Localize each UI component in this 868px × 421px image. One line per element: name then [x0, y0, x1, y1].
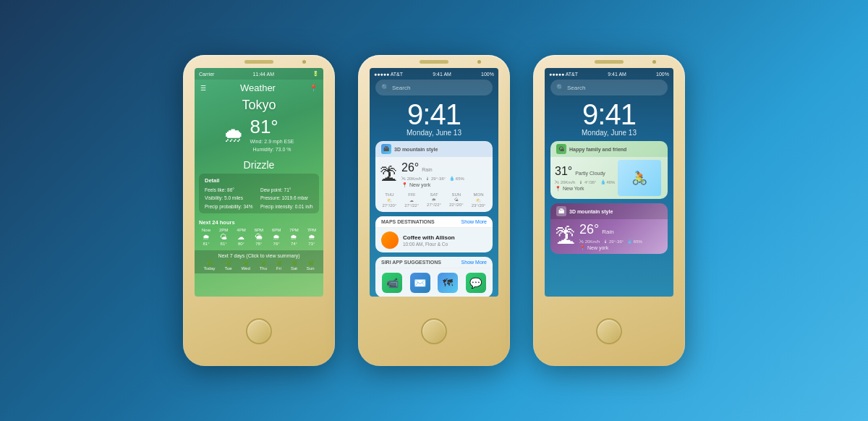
- widget-title-2: 3D mountain style: [394, 147, 438, 152]
- home-button-1[interactable]: [246, 318, 272, 344]
- phone-3-speaker: [595, 60, 624, 64]
- siri-app-maps[interactable]: 🗺: [438, 273, 458, 293]
- weather-wind: Wind: 2.9 mph ESE Humidity: 73.0 %: [250, 138, 294, 153]
- pressure: Pressure: 1019.6 mbar: [260, 195, 313, 202]
- maps-event-subtitle: 10:00 AM, Flour & Co: [403, 242, 487, 247]
- carrier-label: Carrier: [199, 72, 214, 77]
- location-icon: 📍: [310, 85, 318, 92]
- mountain-header: 🏔 3D mountain style: [550, 203, 668, 219]
- weather-title: Weather: [206, 82, 310, 93]
- siri-app-mail[interactable]: ✉️: [410, 273, 430, 293]
- phone-1-bottom: [183, 297, 335, 366]
- weekly-title: Next 7 days (Click to view summary): [199, 253, 319, 258]
- happy-condition: Partly Cloudy: [575, 171, 605, 176]
- visibility: Visibility: 5.0 miles: [205, 195, 258, 202]
- phone-1-screen: Carrier 11:44 AM 🔋 ☰ Weather 📍 Tokyo 🌧 8…: [195, 68, 323, 297]
- widget-weather-icon: 🏔: [381, 144, 391, 154]
- search-bar-3[interactable]: 🔍 Search: [550, 80, 668, 95]
- maps-title-2: MAPS DESTINATIONS: [381, 219, 435, 224]
- phone-2-camera: [477, 60, 481, 64]
- list-item: 6PM🌧76°: [272, 228, 281, 246]
- phone-3-top: [533, 55, 685, 68]
- weather-temp-row: 🌧 81° Wind: 2.9 mph ESE Humidity: 73.0 %: [195, 113, 323, 156]
- happy-header: 🌤 Happy family and friend: [550, 141, 668, 157]
- happy-body: 31° Partly Cloudy 🌬 20Km/h 🌡 4°/36° 💧 46…: [550, 157, 668, 199]
- date-display-3: Monday, June 13: [545, 129, 673, 137]
- maps-widget-2: MAPS DESTINATIONS Show More Coffee with …: [375, 216, 493, 252]
- happy-image: 🚴: [618, 160, 661, 196]
- detail-title: Detail: [205, 177, 313, 185]
- search-icon: 🔍: [381, 84, 389, 91]
- list-item: 7PM🌧74°: [289, 228, 298, 246]
- weather-header: ☰ Weather 📍: [195, 80, 323, 96]
- list-item: 7PM🌧73°: [307, 228, 316, 246]
- phone-3-bottom: [533, 297, 685, 366]
- phone-2-status-bar: ●●●●● AT&T 9:41 AM 100%: [370, 68, 498, 80]
- p3-carrier: ●●●●● AT&T: [549, 72, 578, 77]
- weather-scene-icon: 🏝: [380, 165, 397, 185]
- widget-condition-2: Rain: [422, 167, 432, 172]
- happy-location: 📍 New York: [555, 186, 615, 192]
- date-display-2: Monday, June 13: [370, 129, 498, 137]
- hourly-section: Next 24 hours Now🌧81° 2PM🌤81° 4PM☁80° 6P…: [195, 216, 323, 249]
- list-item: 🌿Wed: [241, 260, 250, 271]
- happy-family-widget: 🌤 Happy family and friend 31° Partly Clo…: [550, 141, 668, 199]
- list-item: 🌿Sun: [307, 260, 315, 271]
- search-placeholder-3: Search: [567, 85, 585, 91]
- weather-detail-card: Detail Feels like: 86° Dew point: 71° Vi…: [199, 174, 319, 213]
- siri-app-facetime[interactable]: 📹: [382, 273, 402, 293]
- maps-event-title: Coffee with Allison: [403, 234, 487, 241]
- p2-battery: 100%: [481, 72, 494, 77]
- phone-3-screen: ●●●●● AT&T 9:41 AM 100% 🔍 Search 9:41 Mo…: [545, 68, 673, 297]
- maps-header-2: MAPS DESTINATIONS Show More: [375, 216, 493, 228]
- phone-1: Carrier 11:44 AM 🔋 ☰ Weather 📍 Tokyo 🌧 8…: [183, 55, 335, 366]
- phone-3-camera: [652, 60, 656, 64]
- list-item: SUN🌤22°/20°: [449, 192, 464, 208]
- happy-title: Happy family and friend: [569, 147, 626, 152]
- siri-widget-2: SIRI APP SUGGESTIONS Show More 📹 ✉️ 🗺 💬: [375, 257, 493, 297]
- happy-widget-icon: 🌤: [556, 144, 566, 154]
- home-button-2[interactable]: [421, 318, 447, 344]
- phone-1-top: [183, 55, 335, 68]
- search-placeholder-2: Search: [392, 85, 410, 91]
- maps-show-more[interactable]: Show More: [461, 219, 487, 224]
- search-bar-2[interactable]: 🔍 Search: [375, 80, 493, 95]
- mountain-body: 🏝 26° Rain 🌬 20Km/h 🌡 29°-36° 💧 65% 📍 Ne…: [550, 219, 668, 254]
- list-item: 🌿Fri: [276, 260, 281, 271]
- p2-time: 9:41 AM: [433, 72, 451, 77]
- phone-2-screen: ●●●●● AT&T 9:41 AM 100% 🔍 Search 9:41 Mo…: [370, 68, 498, 297]
- list-item: SAT🌧27°/22°: [427, 192, 441, 208]
- list-item: Now🌧81°: [202, 228, 210, 246]
- widget-body-2: 🏝 26° Rain 🌬 20Km/h 🌡 29°-36° 💧 65% 📍 Ne…: [375, 157, 493, 192]
- list-item: 🌿Today: [203, 260, 215, 271]
- forecast-row-2: THU⛅27°/20° FRI☁27°/22° SAT🌧27°/22° SUN🌤…: [375, 192, 493, 212]
- list-item: FRI☁27°/22°: [404, 192, 419, 208]
- p3-time: 9:41 AM: [608, 72, 626, 77]
- list-item: MON⛅23°/20°: [472, 192, 486, 208]
- siri-show-more[interactable]: Show More: [461, 260, 487, 265]
- mountain-icon: 🏔: [556, 206, 566, 216]
- mountain-info: 26° Rain 🌬 20Km/h 🌡 29°-36° 💧 65% 📍 New …: [579, 222, 663, 251]
- p2-carrier: ●●●●● AT&T: [374, 72, 403, 77]
- days-row: 🌿Today 🌿Tue 🌿Wed 🌿Thu 🌿Fri 🌿Sat 🌿Sun: [199, 260, 319, 271]
- widget-temp-2: 26°: [401, 161, 419, 174]
- hourly-row: Now🌧81° 2PM🌤81° 4PM☁80° 6PM🌦78° 6PM🌧76° …: [199, 228, 319, 246]
- mountain-title: 3D mountain style: [569, 209, 613, 214]
- maps-avatar: [381, 231, 399, 249]
- dew-point: Dew point: 71°: [260, 187, 313, 194]
- siri-header-2: SIRI APP SUGGESTIONS Show More: [375, 257, 493, 268]
- phone-2-top: [358, 55, 510, 68]
- precip-intensity: Precip intensity: 0.01 in/h: [260, 203, 313, 210]
- phone-3: ●●●●● AT&T 9:41 AM 100% 🔍 Search 9:41 Mo…: [533, 55, 685, 366]
- clock-display-3: 9:41: [545, 100, 673, 129]
- weekly-section: Next 7 days (Click to view summary) 🌿Tod…: [195, 250, 323, 273]
- siri-app-messages[interactable]: 💬: [466, 273, 486, 293]
- home-button-3[interactable]: [596, 318, 622, 344]
- weather-temperature: 81°: [250, 116, 294, 138]
- menu-icon[interactable]: ☰: [200, 85, 206, 92]
- list-item: 🌿Sat: [291, 260, 297, 271]
- siri-title-2: SIRI APP SUGGESTIONS: [381, 260, 441, 265]
- mountain-meta: 🌬 20Km/h 🌡 29°-36° 💧 65%: [579, 239, 663, 244]
- mountain-location: 📍 New york: [579, 245, 663, 251]
- battery-label: 🔋: [312, 71, 319, 77]
